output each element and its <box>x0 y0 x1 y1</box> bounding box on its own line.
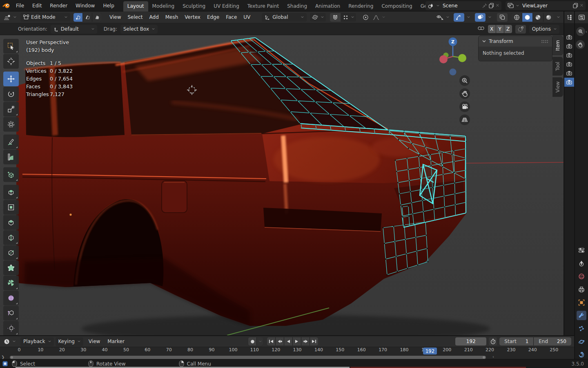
panel-grip-icon[interactable] <box>541 40 548 43</box>
scene-selector[interactable]: Scene ✕ <box>425 1 501 10</box>
topbar-menu[interactable]: Window <box>71 2 99 10</box>
rendered-shading-button[interactable] <box>543 13 554 22</box>
annotate-tool[interactable] <box>3 135 19 149</box>
sidebar-tab-item[interactable]: Item <box>553 36 563 55</box>
pan-view-button[interactable] <box>459 88 470 99</box>
topbar-menu[interactable]: Render <box>46 2 71 10</box>
viewport-menu[interactable]: Edge <box>204 13 223 21</box>
jump-to-end-button[interactable] <box>310 337 318 346</box>
drag-orientation-dropdown[interactable]: Default <box>51 25 97 34</box>
object-properties-tab[interactable] <box>577 298 586 307</box>
start-frame-field[interactable]: Start1 <box>499 337 533 346</box>
mirror-x-toggle[interactable]: X <box>488 25 496 33</box>
viewport-menu[interactable]: Face <box>223 13 240 21</box>
scrollbar-arrow[interactable]: ‹ <box>492 355 494 359</box>
ruler-tick-label[interactable]: 150 <box>330 347 351 352</box>
workspace-tab[interactable]: Compositing <box>377 1 416 11</box>
ruler-tick-label[interactable]: 130 <box>287 347 308 352</box>
shading-dropdown[interactable] <box>555 13 561 22</box>
proportional-falloff-dropdown[interactable] <box>371 13 387 22</box>
edge-slide-tool[interactable] <box>3 306 19 321</box>
snap-settings-dropdown[interactable] <box>341 13 356 22</box>
measure-tool[interactable] <box>3 150 19 164</box>
toggle-perspective-button[interactable] <box>459 114 470 125</box>
workspace-tab[interactable]: Layout <box>123 1 148 11</box>
show-overlays-button[interactable] <box>475 13 486 22</box>
workspace-tab[interactable]: Rendering <box>344 1 377 11</box>
ruler-tick-label[interactable]: 250 <box>543 347 565 352</box>
auto-keying-button[interactable] <box>248 337 256 346</box>
output-properties-tab[interactable] <box>577 285 586 294</box>
viewport-menu[interactable]: Mesh <box>162 13 182 21</box>
play-button[interactable] <box>293 337 301 346</box>
playback-menu[interactable]: Playback <box>20 337 54 346</box>
outliner-camera-toggle[interactable] <box>564 51 574 60</box>
ruler-tick-label[interactable]: 230 <box>501 347 522 352</box>
render-properties-tab[interactable] <box>577 258 586 268</box>
ruler-tick-label[interactable]: 10 <box>30 347 51 352</box>
extrude-region-tool[interactable] <box>3 185 19 200</box>
outliner-header[interactable] <box>564 11 574 24</box>
outliner-camera-toggle-active[interactable] <box>564 78 574 87</box>
ruler-tick-label[interactable]: 90 <box>201 347 222 352</box>
viewport-menu[interactable]: View <box>106 13 124 21</box>
topbar-menu[interactable]: Edit <box>28 2 46 10</box>
inset-faces-tool[interactable] <box>3 200 19 215</box>
ruler-tick-label[interactable]: 60 <box>137 347 158 352</box>
tool-properties-tab[interactable] <box>577 245 586 255</box>
bevel-tool[interactable] <box>3 215 19 230</box>
smooth-tool[interactable] <box>3 291 19 305</box>
outliner-camera-toggle[interactable] <box>564 69 574 78</box>
spin-tool[interactable] <box>3 276 19 290</box>
particles-properties-tab[interactable] <box>577 324 586 333</box>
transform-orientation-dropdown[interactable]: Global <box>262 13 307 22</box>
loop-cut-tool[interactable] <box>3 230 19 245</box>
previous-keyframe-button[interactable] <box>276 337 284 346</box>
ruler-tick-label[interactable]: 40 <box>94 347 115 352</box>
jump-to-start-button[interactable] <box>267 337 275 346</box>
transform-options-button[interactable] <box>515 25 526 34</box>
camera-view-button[interactable] <box>459 101 470 112</box>
region-resize-arrow[interactable]: ‹ <box>586 29 587 34</box>
use-preview-range-button[interactable] <box>489 337 497 346</box>
current-frame-field[interactable]: 192 <box>455 337 486 346</box>
transform-panel-header[interactable]: Transform <box>479 36 552 47</box>
topbar-menu[interactable]: File <box>12 2 28 10</box>
shear-tool[interactable] <box>3 321 19 335</box>
timeline-marker-menu[interactable]: Marker <box>104 337 128 346</box>
poly-build-tool[interactable] <box>3 260 19 275</box>
edge-select-mode-button[interactable] <box>83 13 92 22</box>
ruler-tick-label[interactable]: 70 <box>158 347 180 352</box>
zoom-region-button[interactable] <box>576 27 585 36</box>
options-dropdown[interactable]: Options <box>529 25 559 34</box>
workspace-tab[interactable]: Texture Paint <box>243 1 283 11</box>
workspace-tab[interactable]: Modeling <box>148 1 179 11</box>
ruler-tick-label[interactable]: 240 <box>522 347 543 352</box>
proportional-editing-button[interactable] <box>360 13 371 22</box>
wireframe-shading-button[interactable] <box>512 13 522 22</box>
mirror-z-toggle[interactable]: Z <box>504 25 512 33</box>
close-icon[interactable]: ✕ <box>496 3 499 8</box>
viewport-menu[interactable]: UV <box>240 13 254 21</box>
modifier-properties-tab[interactable] <box>577 311 586 320</box>
show-gizmo-button[interactable] <box>454 13 464 22</box>
pivot-point-dropdown[interactable] <box>310 13 326 22</box>
world-properties-tab[interactable] <box>577 272 586 281</box>
ruler-tick-label[interactable]: 210 <box>458 347 479 352</box>
workspace-tab[interactable]: Animation <box>311 1 344 11</box>
face-select-mode-button[interactable] <box>92 13 101 22</box>
workspace-tab[interactable]: UV Editing <box>209 1 243 11</box>
gizmo-dropdown[interactable] <box>465 13 472 22</box>
topbar-menu[interactable]: Help <box>99 2 118 10</box>
drag-mode-dropdown[interactable]: Select Box <box>120 25 158 34</box>
blender-logo-icon[interactable] <box>2 2 10 10</box>
ruler-tick-label[interactable]: 30 <box>73 347 94 352</box>
current-frame-badge[interactable]: 192 <box>423 348 437 355</box>
outliner-camera-toggle[interactable] <box>564 42 574 51</box>
ruler-tick-label[interactable]: 80 <box>180 347 201 352</box>
new-viewlayer-icon[interactable] <box>573 3 578 8</box>
visibility-dropdown[interactable] <box>435 13 450 22</box>
sidebar-tab-view[interactable]: View <box>553 78 563 96</box>
zoom-view-button[interactable] <box>459 75 470 86</box>
fluid-properties-tab[interactable] <box>577 350 586 359</box>
